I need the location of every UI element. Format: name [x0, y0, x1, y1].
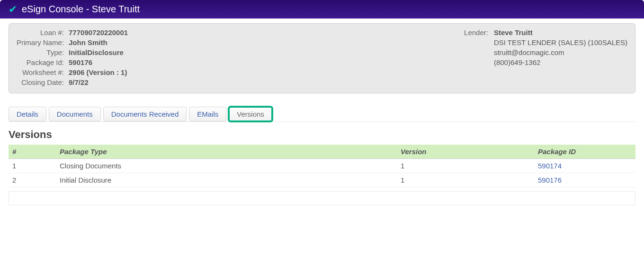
col-header-package-type: Package Type — [56, 145, 397, 159]
label-type: Type: — [17, 48, 69, 58]
cell-version: 1 — [397, 159, 534, 173]
table-row: 1 Closing Documents 1 590174 — [9, 159, 635, 173]
label-lender: Lender: — [464, 28, 494, 88]
col-header-num: # — [9, 145, 56, 159]
label-package-id: Package Id: — [17, 58, 69, 68]
cell-version: 1 — [397, 173, 534, 187]
tab-versions[interactable]: Versions — [229, 107, 272, 121]
empty-footer-row — [9, 191, 635, 205]
window-header: ✔ eSign Console - Steve Truitt — [0, 0, 644, 18]
cell-package-id-link[interactable]: 590176 — [534, 173, 635, 187]
info-left-block: Loan #: 777090720220001 Primary Name: Jo… — [17, 28, 128, 88]
cell-package-type: Closing Documents — [56, 159, 397, 173]
value-type: InitialDisclosure — [69, 48, 128, 58]
section-heading-versions: Versions — [9, 129, 635, 141]
label-primary-name: Primary Name: — [17, 38, 69, 48]
versions-table: # Package Type Version Package ID 1 Clos… — [9, 145, 635, 187]
tab-documents[interactable]: Documents — [49, 107, 101, 121]
value-primary-name: John Smith — [69, 38, 128, 48]
cell-num: 1 — [9, 159, 56, 173]
lender-email: struitt@docmagic.com — [494, 48, 627, 58]
label-worksheet: Worksheet #: — [17, 68, 69, 78]
col-header-package-id: Package ID — [534, 145, 635, 159]
check-icon: ✔ — [9, 4, 17, 15]
lender-phone: (800)649-1362 — [494, 58, 627, 68]
tab-emails[interactable]: EMails — [189, 107, 226, 121]
window-title: eSign Console - Steve Truitt — [22, 4, 140, 15]
value-worksheet: 2906 (Version : 1) — [69, 68, 128, 78]
cell-num: 2 — [9, 173, 56, 187]
cell-package-type: Initial Disclosure — [56, 173, 397, 187]
info-right-block: Lender: Steve Truitt DSI TEST LENDER (SA… — [464, 28, 627, 88]
lender-name: Steve Truitt — [494, 28, 627, 38]
cell-package-id-link[interactable]: 590174 — [534, 159, 635, 173]
tab-details[interactable]: Details — [9, 107, 46, 121]
label-closing-date: Closing Date: — [17, 78, 69, 88]
value-loan: 777090720220001 — [69, 28, 128, 38]
col-header-version: Version — [397, 145, 534, 159]
table-row: 2 Initial Disclosure 1 590176 — [9, 173, 635, 187]
info-panel: Loan #: 777090720220001 Primary Name: Jo… — [9, 23, 635, 93]
value-closing-date: 9/7/22 — [69, 78, 128, 88]
lender-org: DSI TEST LENDER (SALES) (100SALES) — [494, 38, 627, 48]
value-package-id: 590176 — [69, 58, 128, 68]
tab-documents-received[interactable]: Documents Received — [103, 107, 187, 121]
tab-bar: Details Documents Documents Received EMa… — [9, 107, 635, 122]
label-loan: Loan #: — [17, 28, 69, 38]
